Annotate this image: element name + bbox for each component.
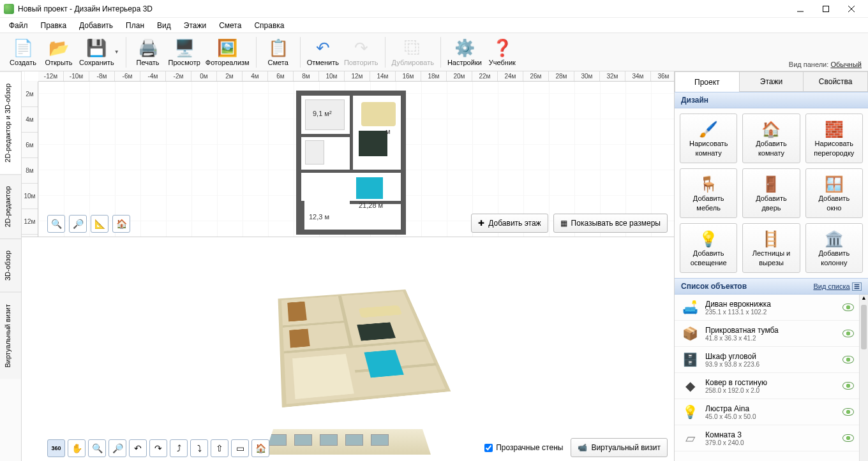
save-dropdown[interactable]: ▼: [114, 49, 119, 55]
plan-label-d: м: [385, 128, 391, 135]
rotate-left-button[interactable]: ↶: [129, 439, 147, 457]
plan-label-c: 21,28 м: [359, 201, 383, 209]
home-button[interactable]: 🏠: [112, 215, 130, 233]
redo-button[interactable]: ↷Повторить: [341, 36, 381, 68]
floorplan[interactable]: 9,1 м² м 12,3 м 21,28 м: [296, 91, 406, 235]
design-btn-8[interactable]: 🏛️Добавитьколонну: [805, 223, 863, 273]
vtab-3[interactable]: Виртуальный визит: [0, 292, 21, 379]
visibility-icon[interactable]: [842, 408, 854, 416]
scrollbar-thumb[interactable]: [861, 305, 867, 349]
save-button[interactable]: 💾Сохранить: [77, 36, 117, 68]
scrollbar[interactable]: ▲: [859, 295, 868, 461]
list-view-icon[interactable]: ☰: [852, 282, 862, 291]
reset-view-button[interactable]: ⇧: [211, 439, 228, 457]
tutorial-button[interactable]: ❓Учебник: [484, 36, 520, 68]
rtab-Этажи[interactable]: Этажи: [740, 71, 804, 92]
add-floor-button[interactable]: ✚Добавить этаж: [471, 214, 548, 233]
minimize-button[interactable]: [788, 0, 813, 18]
view-2d[interactable]: -12м-10м-8м-6м-4м-2м0м2м4м6м8м10м12м14м1…: [22, 71, 674, 237]
visibility-icon[interactable]: [842, 356, 854, 363]
view2d-toolbar: 🔍 🔎 📐 🏠: [47, 215, 130, 233]
duplicate-button[interactable]: ⿻Дублировать: [389, 36, 437, 68]
design-btn-0[interactable]: 🖌️Нарисоватькомнату: [680, 113, 737, 163]
tilt-up-button[interactable]: ⤴: [170, 439, 188, 457]
list-view-link[interactable]: Вид списка: [813, 282, 849, 290]
visibility-icon[interactable]: [842, 330, 854, 337]
save-icon: 💾: [86, 38, 107, 58]
undo-button[interactable]: ↶Отменить: [304, 36, 341, 68]
menu-Этажи[interactable]: Этажи: [177, 19, 213, 32]
view-3d[interactable]: 360 ✋ 🔍 🔎 ↶ ↷ ⤴ ⤵ ⇧ ▭ 🏠 Прозрачные стены…: [22, 237, 674, 461]
scroll-up-arrow[interactable]: ▲: [860, 295, 868, 304]
zoom-in-3d-button[interactable]: 🔎: [108, 439, 126, 457]
show-dims-button[interactable]: ▦Показывать все размеры: [553, 214, 668, 233]
pan-button[interactable]: ✋: [68, 439, 86, 457]
create-button[interactable]: 📄Создать: [5, 36, 41, 68]
menu-План[interactable]: План: [119, 19, 151, 32]
object-icon: 📦: [680, 325, 700, 342]
orbit-360-button[interactable]: 360: [47, 439, 65, 457]
view2d-right-buttons: ✚Добавить этаж ▦Показывать все размеры: [471, 214, 668, 233]
vtab-0[interactable]: 2D-редактор и 3D-обзор: [0, 71, 21, 174]
foundation: [265, 429, 431, 455]
object-item-0[interactable]: 🛋️Диван еврокнижка235.1 x 113.1 x 102.2: [675, 295, 859, 321]
visibility-icon[interactable]: [842, 382, 854, 390]
vtab-1[interactable]: 2D-редактор: [0, 174, 21, 238]
menubar: ФайлПравкаДобавитьПланВидЭтажиСметаСправ…: [0, 18, 868, 33]
ruler-horizontal: -12м-10м-8м-6м-4м-2м0м2м4м6м8м10м12м14м1…: [38, 71, 674, 82]
maximize-button[interactable]: [813, 0, 839, 18]
design-btn-3[interactable]: 🪑Добавитьмебель: [680, 168, 737, 218]
object-item-3[interactable]: ◆Ковер в гостиную258.0 x 192.0 x 2.0: [675, 373, 859, 399]
camera-icon: 📹: [578, 443, 587, 452]
preview-button[interactable]: 🖥️Просмотр: [166, 36, 203, 68]
menu-Добавить[interactable]: Добавить: [73, 19, 119, 32]
panel-view-value[interactable]: Обычный: [830, 61, 862, 68]
hide-roof-button[interactable]: ▭: [231, 439, 249, 457]
menu-Файл[interactable]: Файл: [3, 19, 34, 32]
vtab-2[interactable]: 3D-обзор: [0, 238, 21, 292]
rtab-Проект[interactable]: Проект: [675, 71, 740, 92]
objects-list[interactable]: 🛋️Диван еврокнижка235.1 x 113.1 x 102.2📦…: [675, 295, 859, 461]
rotate-right-button[interactable]: ↷: [149, 439, 167, 457]
close-button[interactable]: [839, 0, 864, 18]
design-btn-6[interactable]: 💡Добавитьосвещение: [680, 223, 737, 273]
toolbar: 📄Создать📂Открыть💾Сохранить▼🖨️Печать🖥️Про…: [0, 33, 868, 71]
photoreal-button[interactable]: 🖼️Фотореализм: [203, 36, 252, 68]
estimate-button[interactable]: 📋Смета: [260, 36, 296, 68]
open-button[interactable]: 📂Открыть: [41, 36, 77, 68]
object-item-2[interactable]: 🗄️Шкаф угловой93.9 x 93.8 x 223.6: [675, 347, 859, 373]
design-icon-3: 🪑: [698, 174, 719, 193]
plan-label-b: 12,3 м: [309, 213, 329, 221]
preview-icon: 🖥️: [174, 38, 195, 58]
design-btn-7[interactable]: 🪜Лестницы ивырезы: [742, 223, 800, 273]
ruler-vertical: 2м4м6м8м10м12м: [22, 82, 38, 237]
rtab-Свойства[interactable]: Свойства: [804, 71, 868, 92]
design-btn-4[interactable]: 🚪Добавитьдверь: [742, 168, 800, 218]
design-btn-1[interactable]: 🏠Добавитькомнату: [742, 113, 800, 163]
home-3d-button[interactable]: 🏠: [251, 439, 269, 457]
object-item-1[interactable]: 📦Прикроватная тумба41.8 x 36.3 x 41.2: [675, 321, 859, 347]
measure-button[interactable]: 📐: [91, 215, 108, 233]
zoom-in-button[interactable]: 🔎: [69, 215, 87, 233]
menu-Правка[interactable]: Правка: [34, 19, 73, 32]
object-item-4[interactable]: 💡Люстра Aina45.0 x 45.0 x 50.0: [675, 399, 859, 425]
object-item-5[interactable]: ▱Комната 3379.0 x 240.0: [675, 425, 859, 451]
visibility-icon[interactable]: [842, 434, 854, 442]
transparent-walls-checkbox[interactable]: Прозрачные стены: [484, 443, 563, 452]
open-icon: 📂: [49, 38, 69, 58]
create-icon: 📄: [13, 38, 33, 58]
design-btn-5[interactable]: 🪟Добавитьокно: [805, 168, 863, 218]
virtual-visit-button[interactable]: 📹Виртуальный визит: [571, 438, 668, 457]
settings-button[interactable]: ⚙️Настройки: [445, 36, 484, 68]
tilt-down-button[interactable]: ⤵: [190, 439, 208, 457]
plan-label-a: 9,1 м²: [313, 110, 332, 117]
zoom-out-button[interactable]: 🔍: [47, 215, 65, 233]
zoom-out-3d-button[interactable]: 🔍: [88, 439, 106, 457]
design-btn-2[interactable]: 🧱Нарисоватьперегородку: [805, 113, 863, 163]
visibility-icon[interactable]: [842, 304, 854, 311]
menu-Смета[interactable]: Смета: [213, 19, 248, 32]
print-button[interactable]: 🖨️Печать: [130, 36, 166, 68]
menu-Вид[interactable]: Вид: [151, 19, 177, 32]
workspace: -12м-10м-8м-6м-4м-2м0м2м4м6м8м10м12м14м1…: [22, 71, 674, 461]
menu-Справка[interactable]: Справка: [248, 19, 290, 32]
